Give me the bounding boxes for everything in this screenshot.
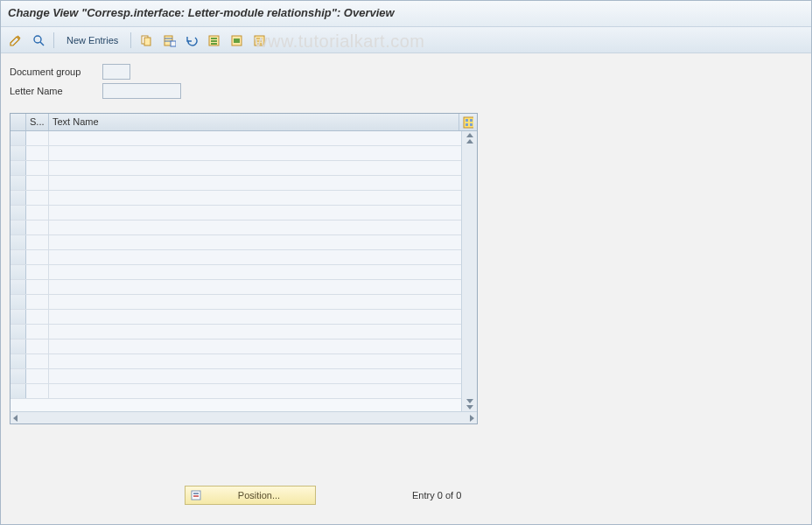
select-all-icon[interactable] [205,31,224,50]
delete-icon[interactable] [159,31,178,50]
toolbar: New Entries [1,27,811,53]
column-selector[interactable] [10,114,26,130]
table-row[interactable] [10,369,461,384]
svg-rect-25 [193,495,199,497]
toggle-display-change-icon[interactable] [6,31,25,50]
scroll-up-icon[interactable] [466,139,473,144]
letter-name-input[interactable] [102,83,181,99]
table-row[interactable] [10,384,461,399]
document-group-input[interactable] [102,64,130,80]
table-row[interactable] [10,146,461,161]
svg-rect-9 [211,38,217,39]
scroll-down-icon[interactable] [466,405,473,410]
page-title: Change View "Corresp.interface: Letter-m… [1,1,811,27]
table-row[interactable] [10,280,461,295]
column-s[interactable]: S... [26,114,49,130]
svg-rect-24 [193,493,199,494]
svg-rect-13 [234,38,240,43]
position-label: Position... [208,490,310,500]
deselect-all-icon[interactable] [250,31,270,50]
scroll-down-icon[interactable] [466,399,473,403]
table-row[interactable] [10,295,461,310]
table-header: S... Text Name [10,114,477,131]
column-textname[interactable]: Text Name [49,114,459,130]
table-row[interactable] [10,235,461,250]
table-row[interactable] [10,354,461,369]
position-button[interactable]: Position... [185,486,316,505]
table-row[interactable] [10,250,461,265]
entry-count-text: Entry 0 of 0 [412,490,461,500]
details-icon[interactable] [29,31,48,50]
table-row[interactable] [10,161,461,176]
svg-rect-10 [211,40,217,42]
horizontal-scrollbar[interactable] [10,411,477,424]
table-row[interactable] [10,265,461,280]
select-block-icon[interactable] [228,31,247,50]
svg-rect-7 [171,41,176,46]
svg-rect-11 [211,43,217,45]
document-group-label: Document group [10,66,97,77]
content-area: Document group Letter Name S... Text Nam… [1,53,811,424]
undo-change-icon[interactable] [182,31,201,50]
svg-rect-19 [466,119,468,122]
table-row[interactable] [10,310,461,325]
table-row[interactable] [10,206,461,220]
toolbar-separator [130,32,131,48]
footer-bar: Position... Entry 0 of 0 [1,486,811,505]
table-body [10,131,461,411]
svg-rect-22 [470,123,472,126]
svg-rect-3 [144,38,150,46]
table-settings-icon[interactable] [459,114,477,130]
table-row[interactable] [10,325,461,340]
new-entries-button[interactable]: New Entries [60,32,125,48]
svg-line-1 [40,42,44,46]
toolbar-separator [53,32,54,48]
table-row[interactable] [10,131,461,146]
scroll-left-icon[interactable] [13,415,18,422]
table-row[interactable] [10,176,461,191]
copy-as-icon[interactable] [136,31,156,50]
table-row[interactable] [10,340,461,354]
data-table: S... Text Name [10,113,478,424]
table-row[interactable] [10,191,461,206]
svg-point-0 [34,36,41,43]
scroll-up-icon[interactable] [466,133,473,137]
svg-rect-21 [466,123,468,126]
letter-name-label: Letter Name [10,86,97,96]
vertical-scrollbar[interactable] [461,131,477,411]
position-icon [191,489,203,501]
svg-rect-18 [464,117,473,128]
table-row[interactable] [10,220,461,235]
svg-rect-20 [470,119,472,122]
scroll-right-icon[interactable] [470,415,474,422]
